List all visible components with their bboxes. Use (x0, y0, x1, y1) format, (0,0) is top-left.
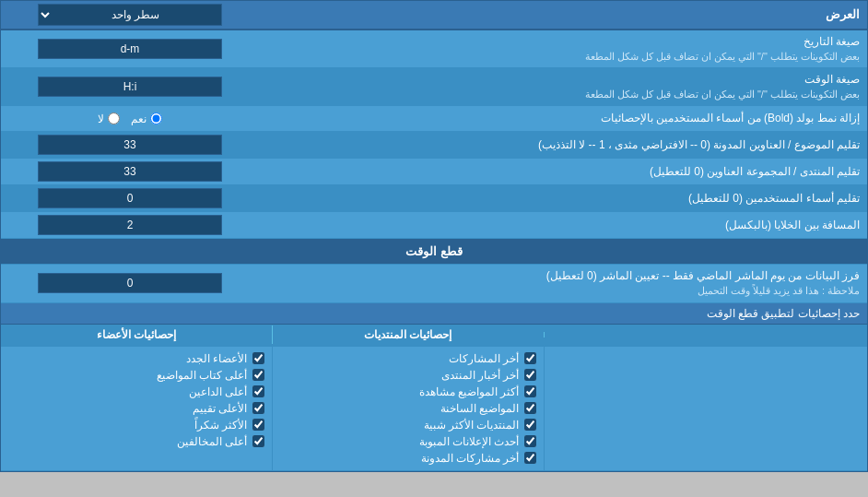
checkbox-most-viewed[interactable] (524, 385, 536, 397)
display-select[interactable]: سطر واحد سطرين ثلاثة أسطر (38, 4, 222, 26)
bold-remove-radio-cell: نعم لا (1, 110, 259, 128)
checkboxes-header: إحصائيات المنتديات إحصائيات الأعضاء (1, 325, 867, 347)
date-format-input-cell[interactable] (1, 36, 259, 62)
time-format-input-cell[interactable] (1, 74, 259, 100)
list-item: المواضيع الساخنة (280, 400, 536, 417)
checkbox-last-news[interactable] (524, 369, 536, 381)
forum-trim-label: تقليم المنتدى / المجموعة العناوين (0 للت… (259, 160, 867, 183)
checkbox-hot-topics[interactable] (524, 402, 536, 414)
list-item: أكثر المواضيع مشاهدة (280, 384, 536, 400)
display-select-cell[interactable]: سطر واحد سطرين ثلاثة أسطر (1, 1, 259, 29)
thread-trim-label: تقليم الموضوع / العناوين المدونة (0 -- ا… (259, 134, 867, 157)
list-item: أخر أخبار المنتدى (280, 367, 536, 384)
limit-row: حدد إحصائيات لتطبيق قطع الوقت (1, 303, 867, 325)
bold-remove-label: إزالة نمط بولد (Bold) من أسماء المستخدمي… (259, 107, 867, 130)
bold-no-label[interactable]: لا (98, 112, 120, 125)
date-format-row: صيغة التاريخ بعض التكوينات يتطلب "/" الت… (1, 30, 867, 68)
date-format-input[interactable] (38, 39, 222, 59)
checkbox-col-members: الأعضاء الجدد أعلى كتاب المواضيع أعلى ال… (1, 347, 272, 470)
list-item: أعلى المخالفين (8, 433, 264, 450)
list-item: أخر المشاركات (280, 350, 536, 367)
checkbox-new-members[interactable] (252, 352, 264, 364)
user-trim-row: تقليم أسماء المستخدمين (0 للتعطيل) (1, 185, 867, 212)
cutoff-value-row: فرز البيانات من يوم الماشر الماضي فقط --… (1, 265, 867, 302)
list-item: أعلى كتاب المواضيع (8, 367, 264, 384)
bold-yes-label[interactable]: نعم (131, 112, 162, 125)
user-trim-input[interactable] (38, 188, 222, 208)
time-format-row: صيغة الوقت بعض التكوينات يتطلب "/" التي … (1, 68, 867, 106)
checkboxes-section: إحصائيات المنتديات إحصائيات الأعضاء أخر … (1, 325, 867, 471)
forum-trim-row: تقليم المنتدى / المجموعة العناوين (0 للت… (1, 159, 867, 185)
checkbox-top-rated[interactable] (252, 402, 264, 414)
list-item: الأعضاء الجدد (8, 350, 264, 367)
thread-trim-input-cell[interactable] (1, 132, 259, 158)
checkbox-latest-classifieds[interactable] (524, 435, 536, 447)
cell-spacing-input[interactable] (38, 215, 222, 235)
checkbox-col-forums: أخر المشاركات أخر أخبار المنتدى أكثر الم… (272, 347, 544, 470)
cell-spacing-row: المسافة بين الخلايا (بالبكسل) (1, 212, 867, 239)
cell-spacing-input-cell[interactable] (1, 212, 259, 238)
list-item: المنتديات الأكثر شبية (280, 417, 536, 433)
forum-trim-input[interactable] (38, 161, 222, 182)
list-item: أعلى الداعين (8, 384, 264, 400)
date-format-label: صيغة التاريخ بعض التكوينات يتطلب "/" الت… (259, 30, 867, 67)
list-item: الأكثر شكراً (8, 417, 264, 433)
checkbox-top-violators[interactable] (252, 435, 264, 447)
time-format-label: صيغة الوقت بعض التكوينات يتطلب "/" التي … (259, 68, 867, 105)
bold-radio-group: نعم لا (98, 112, 162, 125)
checkbox-most-similar[interactable] (524, 419, 536, 431)
forum-trim-input-cell[interactable] (1, 159, 259, 184)
time-format-input[interactable] (38, 77, 222, 97)
cutoff-section-header: قطع الوقت (1, 239, 867, 265)
user-trim-label: تقليم أسماء المستخدمين (0 للتعطيل) (259, 187, 867, 210)
checkbox-most-thanked[interactable] (252, 419, 264, 431)
thread-trim-row: تقليم الموضوع / العناوين المدونة (0 -- ا… (1, 132, 867, 159)
list-item: أخر مشاركات المدونة (280, 450, 536, 467)
thread-trim-input[interactable] (38, 135, 222, 155)
checkbox-last-posts[interactable] (524, 352, 536, 364)
col1-header (544, 332, 867, 337)
checkboxes-body: أخر المشاركات أخر أخبار المنتدى أكثر الم… (1, 347, 867, 470)
page-title: العرض (259, 3, 867, 27)
cutoff-value-input-cell[interactable] (1, 270, 259, 296)
list-item: الأعلى تقييم (8, 400, 264, 417)
checkbox-top-inviters[interactable] (252, 385, 264, 397)
checkbox-col-empty (544, 347, 867, 470)
bold-no-radio[interactable] (108, 112, 120, 124)
main-container: العرض سطر واحد سطرين ثلاثة أسطر صيغة الت… (0, 0, 868, 472)
user-trim-input-cell[interactable] (1, 185, 259, 211)
cutoff-value-label: فرز البيانات من يوم الماشر الماضي فقط --… (259, 265, 867, 302)
checkbox-top-posters[interactable] (252, 369, 264, 381)
bold-remove-row: إزالة نمط بولد (Bold) من أسماء المستخدمي… (1, 106, 867, 132)
checkbox-last-blog-posts[interactable] (524, 452, 536, 464)
list-item: أحدث الإعلانات المبوبة (280, 433, 536, 450)
col3-header: إحصائيات الأعضاء (1, 325, 272, 344)
cutoff-value-input[interactable] (38, 273, 222, 293)
col2-header: إحصائيات المنتديات (272, 325, 544, 344)
bold-yes-radio[interactable] (150, 112, 162, 124)
header-row: العرض سطر واحد سطرين ثلاثة أسطر (1, 1, 867, 30)
cell-spacing-label: المسافة بين الخلايا (بالبكسل) (259, 214, 867, 237)
